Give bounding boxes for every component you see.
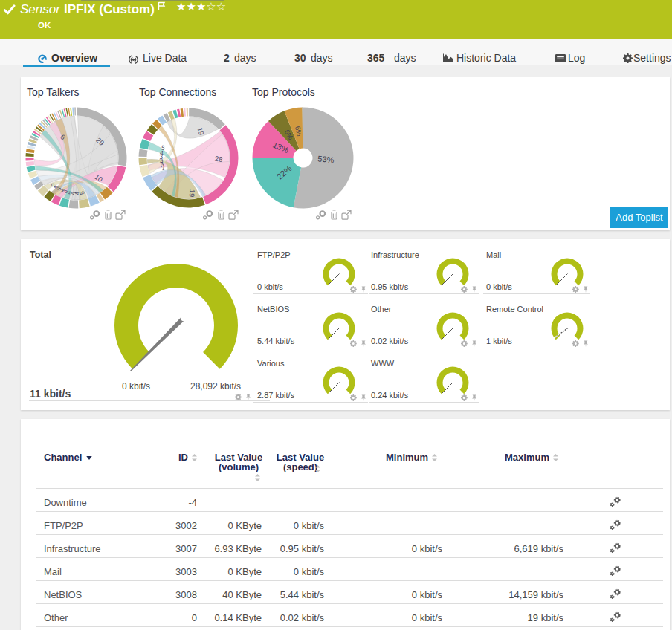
svg-text:28: 28 xyxy=(214,155,223,163)
svg-text:53%: 53% xyxy=(317,154,335,164)
svg-text:19: 19 xyxy=(188,189,197,197)
svg-text:5: 5 xyxy=(161,143,167,152)
